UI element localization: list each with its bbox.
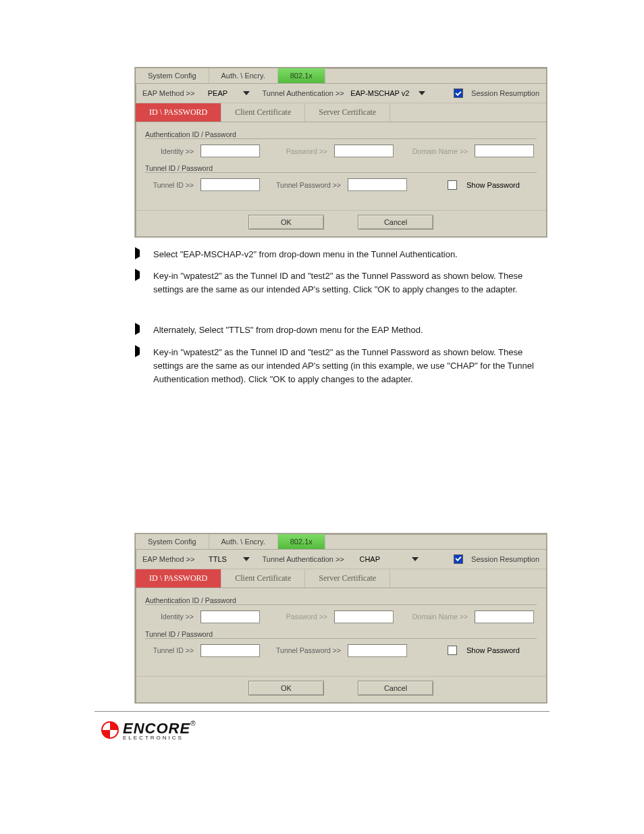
form-body: Authentication ID / Password Identity >>… bbox=[136, 122, 546, 210]
tunnel-password-label: Tunnel Password >> bbox=[267, 181, 341, 189]
bullet-arrow-icon bbox=[135, 269, 146, 281]
inner-tabs: ID \ PASSWORD Client Certificate Server … bbox=[136, 103, 546, 122]
password-label: Password >> bbox=[267, 613, 327, 621]
tunnel-id-label: Tunnel ID >> bbox=[145, 181, 194, 189]
identity-label: Identity >> bbox=[145, 147, 194, 155]
eap-method-dropdown-icon[interactable] bbox=[243, 91, 250, 95]
tab-system-config[interactable]: System Config bbox=[136, 68, 209, 83]
fieldset-auth-id-pwd-label: Authentication ID / Password bbox=[145, 130, 537, 138]
session-resumption-checkbox[interactable] bbox=[454, 554, 463, 564]
fieldset-tunnel-id-pwd-label: Tunnel ID / Password bbox=[145, 630, 537, 638]
eap-method-label: EAP Method >> bbox=[142, 555, 194, 563]
tab-auth-encry[interactable]: Auth. \ Encry. bbox=[209, 68, 278, 83]
tunnel-auth-value: EAP-MSCHAP v2 bbox=[350, 89, 410, 97]
tunnel-id-input[interactable] bbox=[200, 178, 260, 191]
tunnel-password-input[interactable] bbox=[348, 644, 407, 657]
brand-registered-icon: ® bbox=[190, 720, 195, 727]
bullet-text: Select "EAP-MSCHAP-v2" from drop-down me… bbox=[153, 248, 458, 261]
page: System Config Auth. \ Encry. 802.1x EAP … bbox=[0, 0, 644, 761]
dialog-buttons: OK Cancel bbox=[136, 676, 546, 702]
tunnel-id-label: Tunnel ID >> bbox=[145, 646, 194, 654]
bullet-item: Alternately, Select "TTLS" from drop-dow… bbox=[135, 321, 545, 340]
identity-input[interactable] bbox=[200, 610, 260, 623]
ok-button[interactable]: OK bbox=[248, 681, 324, 696]
form-body: Authentication ID / Password Identity >>… bbox=[136, 588, 546, 676]
tab-server-certificate[interactable]: Server Certificate bbox=[305, 569, 390, 588]
outer-tabs: System Config Auth. \ Encry. 802.1x bbox=[136, 534, 546, 550]
tab-id-password[interactable]: ID \ PASSWORD bbox=[136, 103, 221, 122]
domain-name-input[interactable] bbox=[475, 610, 534, 623]
footer-divider bbox=[95, 711, 549, 712]
brand-logo: ENCORE® ELECTRONICS bbox=[101, 720, 644, 741]
cancel-button[interactable]: Cancel bbox=[358, 215, 433, 230]
bullet-text: Alternately, Select "TTLS" from drop-dow… bbox=[153, 323, 423, 337]
identity-label: Identity >> bbox=[145, 613, 194, 621]
bullet-item: Key-in "wpatest2" as the Tunnel ID and "… bbox=[135, 343, 545, 389]
show-password-checkbox[interactable] bbox=[448, 180, 457, 190]
tab-server-certificate[interactable]: Server Certificate bbox=[305, 103, 390, 122]
eap-method-dropdown-icon[interactable] bbox=[243, 557, 250, 561]
tab-8021x[interactable]: 802.1x bbox=[278, 68, 325, 83]
footer-logo-block: ENCORE® ELECTRONICS bbox=[101, 720, 644, 741]
password-label: Password >> bbox=[267, 147, 327, 155]
brand-text: ENCORE® ELECTRONICS bbox=[123, 720, 196, 741]
config-dialog-1: System Config Auth. \ Encry. 802.1x EAP … bbox=[135, 68, 547, 237]
eap-row: EAP Method >> PEAP Tunnel Authentication… bbox=[136, 84, 546, 103]
tunnel-password-label: Tunnel Password >> bbox=[267, 646, 341, 654]
session-resumption-checkbox[interactable] bbox=[454, 88, 463, 98]
bullet-group-2: Alternately, Select "TTLS" from drop-dow… bbox=[135, 321, 545, 389]
show-password-label: Show Password bbox=[466, 646, 520, 654]
tunnel-password-input[interactable] bbox=[348, 178, 407, 191]
bullet-text: Key-in "wpatest2" as the Tunnel ID and "… bbox=[153, 269, 545, 296]
eap-method-value: TTLS bbox=[200, 555, 235, 563]
show-password-label: Show Password bbox=[466, 181, 520, 189]
tab-client-certificate[interactable]: Client Certificate bbox=[221, 569, 305, 588]
dialog-buttons: OK Cancel bbox=[136, 210, 546, 236]
bullet-arrow-icon bbox=[135, 323, 146, 335]
eap-row: EAP Method >> TTLS Tunnel Authentication… bbox=[136, 550, 546, 569]
tunnel-auth-label: Tunnel Authentication >> bbox=[262, 555, 344, 563]
identity-input[interactable] bbox=[200, 145, 260, 157]
bullet-item: Select "EAP-MSCHAP-v2" from drop-down me… bbox=[135, 245, 545, 264]
config-dialog-2: System Config Auth. \ Encry. 802.1x EAP … bbox=[135, 533, 547, 703]
password-input[interactable] bbox=[334, 610, 394, 623]
bullet-group-1: Select "EAP-MSCHAP-v2" from drop-down me… bbox=[135, 245, 545, 299]
eap-method-value: PEAP bbox=[200, 89, 235, 97]
password-input[interactable] bbox=[334, 145, 394, 157]
bullet-item: Key-in "wpatest2" as the Tunnel ID and "… bbox=[135, 267, 545, 299]
bullet-arrow-icon bbox=[135, 247, 146, 259]
tab-auth-encry[interactable]: Auth. \ Encry. bbox=[209, 534, 278, 549]
domain-name-label: Domain Name >> bbox=[400, 613, 468, 621]
tunnel-auth-dropdown-icon[interactable] bbox=[412, 557, 419, 561]
tunnel-id-input[interactable] bbox=[200, 644, 260, 657]
tunnel-auth-label: Tunnel Authentication >> bbox=[262, 89, 344, 97]
fieldset-tunnel-id-pwd-label: Tunnel ID / Password bbox=[145, 164, 537, 172]
brand-mark-icon bbox=[101, 721, 119, 739]
bullet-text: Key-in "wpatest2" as the Tunnel ID and "… bbox=[153, 346, 545, 386]
ok-button[interactable]: OK bbox=[248, 215, 324, 230]
tab-id-password[interactable]: ID \ PASSWORD bbox=[136, 569, 221, 588]
inner-tabs: ID \ PASSWORD Client Certificate Server … bbox=[136, 569, 546, 588]
fieldset-auth-id-pwd-label: Authentication ID / Password bbox=[145, 596, 537, 604]
tab-system-config[interactable]: System Config bbox=[136, 534, 209, 549]
session-resumption-label: Session Resumption bbox=[471, 555, 539, 563]
tab-8021x[interactable]: 802.1x bbox=[278, 534, 325, 549]
domain-name-label: Domain Name >> bbox=[400, 147, 468, 155]
bullet-arrow-icon bbox=[135, 345, 146, 357]
outer-tabs: System Config Auth. \ Encry. 802.1x bbox=[136, 68, 546, 84]
show-password-checkbox[interactable] bbox=[448, 646, 457, 655]
domain-name-input[interactable] bbox=[475, 145, 534, 157]
eap-method-label: EAP Method >> bbox=[142, 89, 194, 97]
tab-client-certificate[interactable]: Client Certificate bbox=[221, 103, 305, 122]
tunnel-auth-dropdown-icon[interactable] bbox=[419, 91, 425, 95]
session-resumption-label: Session Resumption bbox=[471, 89, 539, 97]
tunnel-auth-value: CHAP bbox=[350, 555, 390, 563]
cancel-button[interactable]: Cancel bbox=[358, 681, 433, 696]
